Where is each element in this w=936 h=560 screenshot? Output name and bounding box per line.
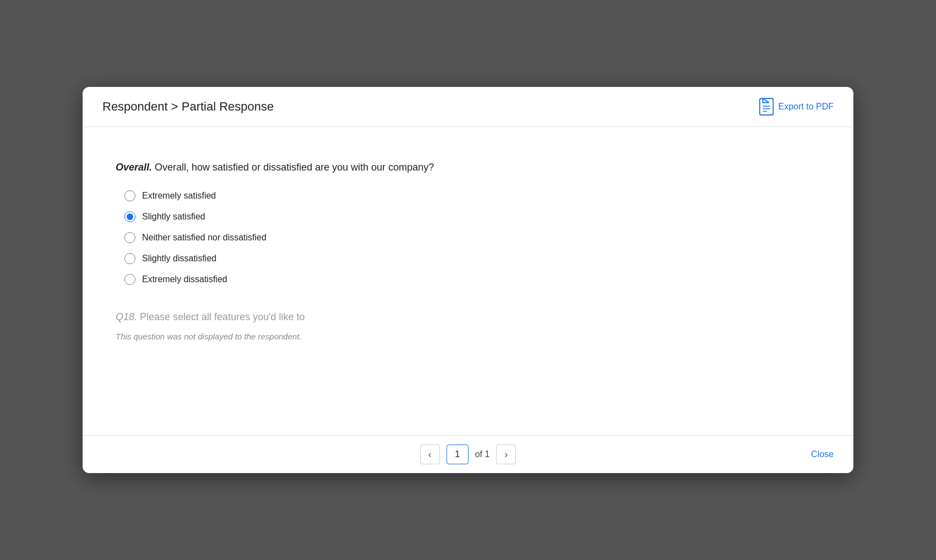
prev-icon: ‹ xyxy=(428,449,432,460)
radio-label-extremely-satisfied: Extremely satisfied xyxy=(142,191,216,201)
next-page-button[interactable]: › xyxy=(496,444,516,464)
export-label: Export to PDF xyxy=(779,102,834,112)
current-page: 1 xyxy=(447,444,469,464)
question-1-text: Overall. Overall, how satisfied or dissa… xyxy=(116,160,820,175)
export-to-pdf-button[interactable]: Export to PDF xyxy=(759,98,834,116)
question-2-label: Q18. Please select all features you'd li… xyxy=(116,311,820,323)
radio-label-extremely-dissatisfied: Extremely dissatisfied xyxy=(142,274,227,284)
radio-extremely-dissatisfied[interactable] xyxy=(124,274,135,285)
radio-extremely-satisfied[interactable] xyxy=(124,190,135,201)
radio-option-extremely-satisfied[interactable]: Extremely satisfied xyxy=(124,190,820,201)
question-1-prefix: Overall. xyxy=(116,162,152,173)
not-displayed-message: This question was not displayed to the r… xyxy=(116,332,820,341)
radio-slightly-dissatisfied[interactable] xyxy=(124,253,135,264)
modal-body: Overall. Overall, how satisfied or dissa… xyxy=(83,127,853,435)
modal-title: Respondent > Partial Response xyxy=(102,100,274,114)
pdf-icon xyxy=(759,98,774,116)
current-page-number: 1 xyxy=(455,449,460,459)
radio-option-slightly-dissatisfied[interactable]: Slightly dissatisfied xyxy=(124,253,820,264)
question-1-rest: Overall, how satisfied or dissatisfied a… xyxy=(152,162,434,173)
modal-header: Respondent > Partial Response Export to … xyxy=(83,87,853,127)
radio-option-extremely-dissatisfied[interactable]: Extremely dissatisfied xyxy=(124,274,820,285)
modal-footer: ‹ 1 of 1 › Close xyxy=(83,435,853,473)
next-icon: › xyxy=(504,449,508,460)
radio-label-slightly-dissatisfied: Slightly dissatisfied xyxy=(142,254,216,263)
radio-label-slightly-satisfied: Slightly satisfied xyxy=(142,212,205,222)
prev-page-button[interactable]: ‹ xyxy=(420,444,440,464)
radio-option-neither[interactable]: Neither satisfied nor dissatisfied xyxy=(124,232,820,243)
radio-options-q1: Extremely satisfied Slightly satisfied N… xyxy=(116,190,820,285)
question-block-2: Q18. Please select all features you'd li… xyxy=(116,311,820,341)
radio-neither[interactable] xyxy=(124,232,135,243)
page-of-label: of 1 xyxy=(475,449,490,459)
radio-label-neither: Neither satisfied nor dissatisfied xyxy=(142,233,266,243)
question-block-1: Overall. Overall, how satisfied or dissa… xyxy=(116,160,820,285)
close-button[interactable]: Close xyxy=(811,449,834,459)
question-2-prefix: Q18. xyxy=(116,311,137,322)
question-2-rest: Please select all features you'd like to xyxy=(137,311,305,322)
pagination: ‹ 1 of 1 › xyxy=(420,444,516,464)
radio-slightly-satisfied[interactable] xyxy=(124,211,135,222)
radio-option-slightly-satisfied[interactable]: Slightly satisfied xyxy=(124,211,820,222)
modal-container: Respondent > Partial Response Export to … xyxy=(83,87,853,473)
